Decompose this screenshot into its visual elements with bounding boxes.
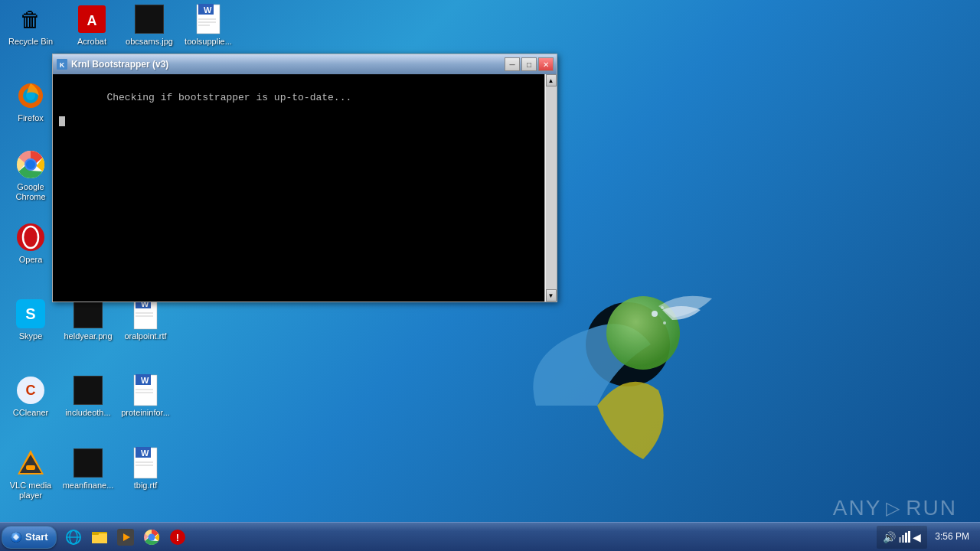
security-icon: ! [168, 528, 187, 546]
oralpoint-image: W [130, 298, 161, 329]
svg-text:W: W [141, 448, 149, 458]
clock-time: 3:56 PM [935, 531, 969, 543]
word-tools-image: W [193, 4, 224, 34]
svg-rect-52 [92, 532, 99, 535]
tray-network-icon[interactable] [898, 530, 910, 543]
taskbar-items: ! [61, 527, 876, 548]
svg-marker-36 [20, 455, 41, 473]
firefox-icon[interactable]: Firefox [4, 80, 57, 123]
minimize-button[interactable]: ─ [505, 57, 520, 71]
start-label: Start [25, 531, 48, 543]
tbig-label: tbig.rtf [134, 481, 158, 491]
chrome-label: Google Chrome [4, 182, 57, 202]
taskbar-media[interactable] [113, 527, 138, 548]
opera-icon[interactable]: Opera [4, 222, 57, 265]
includeoth-image [73, 375, 103, 406]
includeoth-icon[interactable]: includeoth... [61, 375, 115, 418]
svg-point-2 [652, 311, 658, 317]
window-icon: K [56, 58, 68, 70]
chrome-icon[interactable]: Google Chrome [4, 149, 57, 202]
media-icon [116, 528, 135, 546]
firefox-image [15, 80, 46, 111]
desktop: ANY ▷ RUN 🗑 Recycle Bin A Acrobat obcsam… [0, 0, 980, 551]
taskbar-ie[interactable] [61, 527, 86, 548]
scrollbar[interactable]: ▲ ▼ [544, 74, 557, 302]
skype-label: Skype [19, 331, 43, 341]
system-clock[interactable]: 3:56 PM [930, 531, 974, 543]
tbig-image: W [130, 448, 161, 478]
skype-icon[interactable]: S Skype [4, 298, 57, 341]
oralpoint-icon[interactable]: W oralpoint.rtf [119, 298, 172, 341]
maximize-button[interactable]: □ [521, 57, 537, 71]
ccleaner-icon[interactable]: C CCleaner [4, 375, 57, 418]
proteininfo-image: W [130, 375, 161, 406]
svg-rect-37 [26, 465, 35, 470]
svg-text:W: W [141, 376, 149, 385]
svg-point-3 [663, 321, 666, 324]
black-icon1[interactable]: obcsams.jpg [122, 4, 176, 47]
heldyear-icon[interactable]: heldyear.png [61, 298, 115, 341]
svg-text:K: K [60, 61, 65, 69]
black-label1: obcsams.jpg [126, 37, 173, 47]
scroll-track [546, 86, 557, 289]
svg-text:S: S [25, 305, 35, 322]
skype-image: S [15, 298, 46, 329]
taskbar-security[interactable]: ! [165, 527, 190, 548]
start-button[interactable]: Start [2, 526, 57, 549]
meanfina-image [73, 448, 103, 478]
ccleaner-image: C [15, 375, 46, 406]
svg-point-56 [148, 533, 155, 540]
svg-text:C: C [26, 383, 36, 398]
recycle-bin-icon[interactable]: 🗑 Recycle Bin [4, 4, 57, 47]
svg-rect-61 [905, 533, 907, 543]
svg-text:A: A [87, 13, 97, 28]
tray-speaker-icon[interactable]: 🔊 [883, 531, 896, 543]
heldyear-image [73, 298, 103, 329]
terminal-cursor [59, 116, 65, 126]
oralpoint-label: oralpoint.rtf [124, 331, 166, 341]
svg-rect-62 [908, 531, 910, 543]
system-tray: 🔊 ◀ [877, 526, 927, 549]
acrobat-label: Acrobat [77, 37, 106, 47]
terminal-output: Checking if bootstrapper is up-to-date..… [59, 80, 351, 138]
recycle-bin-image: 🗑 [15, 4, 46, 34]
scroll-up-button[interactable]: ▲ [546, 74, 557, 86]
taskbar-explorer[interactable] [87, 527, 112, 548]
window-titlebar: K Krnl Bootstrapper (v3) ─ □ ✕ [53, 54, 557, 74]
window-controls: ─ □ ✕ [505, 57, 554, 71]
svg-rect-59 [899, 537, 901, 543]
proteininfo-icon[interactable]: W proteininfor... [119, 375, 172, 418]
ie-icon [64, 528, 83, 546]
vlc-label: VLC media player [4, 481, 57, 500]
taskbar-right: 🔊 ◀ 3:56 PM [877, 526, 978, 549]
ccleaner-label: CCleaner [13, 408, 48, 418]
vlc-icon[interactable]: VLC media player [4, 448, 57, 500]
tray-arrow-icon[interactable]: ◀ [913, 531, 921, 543]
meanfina-icon[interactable]: meanfinane... [61, 448, 115, 491]
start-orb-icon [10, 531, 22, 543]
taskbar-chrome[interactable] [139, 527, 164, 548]
tbig-icon[interactable]: W tbig.rtf [119, 448, 172, 491]
opera-image [15, 222, 46, 253]
close-button[interactable]: ✕ [538, 57, 554, 71]
vlc-image [15, 448, 46, 478]
firefox-label: Firefox [18, 113, 44, 123]
meanfina-label: meanfinane... [63, 481, 114, 491]
opera-label: Opera [19, 255, 43, 265]
scroll-down-button[interactable]: ▼ [546, 289, 557, 302]
svg-point-18 [26, 160, 35, 169]
word-tools-icon[interactable]: W toolsupplie... [181, 4, 235, 47]
svg-point-19 [17, 223, 44, 251]
svg-text:W: W [204, 5, 212, 15]
acrobat-icon[interactable]: A Acrobat [65, 4, 119, 47]
black-image1 [134, 4, 165, 34]
svg-text:!: ! [175, 532, 178, 543]
heldyear-label: heldyear.png [64, 331, 113, 341]
proteininfo-label: proteininfor... [121, 408, 170, 418]
taskbar: Start [0, 522, 980, 551]
includeoth-label: includeoth... [65, 408, 110, 418]
word-tools-label: toolsupplie... [185, 37, 232, 47]
krnl-window: K Krnl Bootstrapper (v3) ─ □ ✕ Checking … [52, 54, 557, 302]
explorer-icon [90, 528, 109, 546]
terminal-body: Checking if bootstrapper is up-to-date..… [53, 74, 557, 302]
